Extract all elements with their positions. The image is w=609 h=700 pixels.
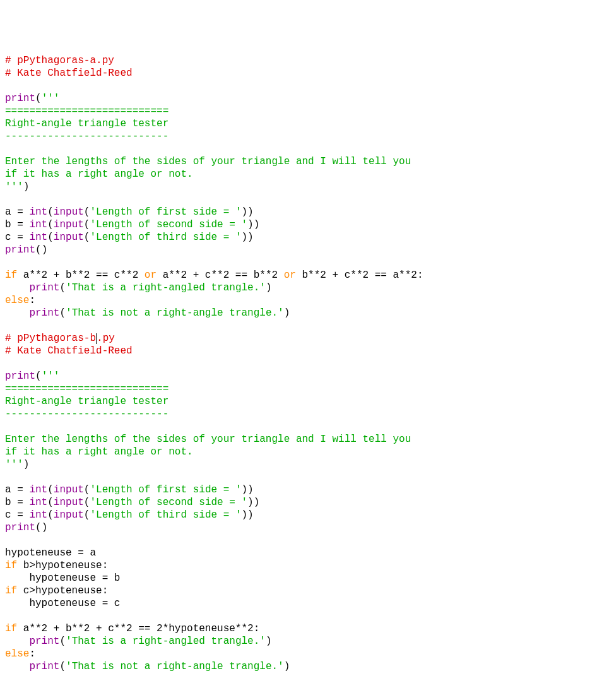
- expr: a**2 + c**2 == b**2: [157, 270, 284, 281]
- paren: ): [42, 244, 48, 256]
- paren: (: [59, 282, 66, 294]
- paren: (: [47, 232, 54, 243]
- string-line: ===========================: [5, 383, 169, 394]
- builtin-input: input: [54, 497, 84, 508]
- builtin-print: print: [5, 244, 35, 256]
- paren: )): [242, 206, 254, 218]
- paren: )): [242, 232, 254, 243]
- builtin-print: print: [29, 636, 59, 647]
- paren: (: [47, 219, 54, 230]
- string-open: ''': [42, 371, 60, 382]
- paren: (: [35, 244, 42, 256]
- string-line: ===========================: [5, 105, 169, 117]
- string-arg: 'That is not a right-angle trangle.': [66, 661, 284, 672]
- paren: (: [47, 509, 54, 521]
- builtin-input: input: [54, 509, 84, 521]
- assign: b =: [5, 497, 29, 508]
- assign: a =: [5, 484, 29, 495]
- paren: (: [84, 206, 90, 218]
- paren: )): [242, 484, 254, 495]
- assign: hypoteneuse = c: [29, 598, 120, 609]
- string-line: ---------------------------: [5, 131, 169, 142]
- string-line: if it has a right angle or not.: [5, 169, 193, 180]
- expr: c>hypoteneuse:: [17, 585, 108, 596]
- string-line: Enter the lengths of the sides of your t…: [5, 434, 411, 445]
- string-arg: 'Length of second side = ': [90, 219, 247, 230]
- string-line: Enter the lengths of the sides of your t…: [5, 156, 411, 167]
- assign: c =: [5, 509, 29, 521]
- paren: )): [247, 497, 259, 508]
- paren: ): [266, 282, 272, 294]
- indent: [5, 598, 29, 609]
- paren: (: [47, 497, 54, 508]
- keyword-or: or: [284, 270, 296, 281]
- builtin-print: print: [5, 371, 35, 382]
- paren: (: [59, 307, 66, 319]
- paren: ): [23, 181, 30, 193]
- indent: [5, 282, 29, 294]
- builtin-int: int: [29, 232, 47, 243]
- builtin-int: int: [29, 219, 47, 230]
- assign: hypoteneuse = a: [5, 547, 96, 559]
- assign: c =: [5, 232, 29, 243]
- keyword-if: if: [5, 270, 17, 281]
- string-close: ''': [5, 459, 23, 470]
- paren: ): [23, 459, 30, 470]
- indent: [5, 661, 29, 672]
- builtin-print: print: [29, 661, 59, 672]
- paren: (: [84, 484, 90, 495]
- paren: (: [84, 232, 90, 243]
- builtin-print: print: [5, 522, 35, 533]
- builtin-input: input: [54, 206, 84, 218]
- comment-line: # Kate Chatfield-Reed: [5, 345, 133, 357]
- paren: (: [47, 206, 54, 218]
- expr: b>hypoteneuse:: [17, 560, 108, 571]
- comment-line: .py: [97, 333, 115, 344]
- string-arg: 'Length of first side = ': [90, 206, 241, 218]
- keyword-else: else: [5, 648, 29, 660]
- paren: ): [266, 636, 272, 647]
- builtin-print: print: [29, 307, 59, 319]
- string-arg: 'That is not a right-angle trangle.': [66, 307, 284, 319]
- code-editor[interactable]: # pPythagoras-a.py # Kate Chatfield-Reed…: [5, 54, 604, 673]
- paren: (: [35, 93, 42, 104]
- paren: (: [84, 219, 90, 230]
- builtin-int: int: [29, 497, 47, 508]
- string-arg: 'That is a right-angled trangle.': [66, 282, 266, 294]
- keyword-or: or: [145, 270, 157, 281]
- keyword-if: if: [5, 623, 17, 634]
- paren: ): [284, 307, 290, 319]
- builtin-input: input: [54, 484, 84, 495]
- builtin-int: int: [29, 509, 47, 521]
- keyword-else: else: [5, 295, 29, 306]
- expr: a**2 + b**2 == c**2: [17, 270, 145, 281]
- string-open: ''': [42, 93, 60, 104]
- indent: [5, 636, 29, 647]
- builtin-print: print: [5, 93, 35, 104]
- builtin-print: print: [29, 282, 59, 294]
- assign: a =: [5, 206, 29, 218]
- string-line: Right-angle triangle tester: [5, 396, 169, 407]
- keyword-if: if: [5, 560, 17, 571]
- string-arg: 'Length of third side = ': [90, 232, 241, 243]
- assign: b =: [5, 219, 29, 230]
- keyword-if: if: [5, 585, 17, 596]
- builtin-int: int: [29, 206, 47, 218]
- expr: a**2 + b**2 + c**2 == 2*hypoteneuse**2:: [17, 623, 259, 634]
- comment-line: # Kate Chatfield-Reed: [5, 68, 133, 79]
- expr: b**2 + c**2 == a**2:: [296, 270, 423, 281]
- string-line: if it has a right angle or not.: [5, 446, 193, 458]
- string-line: ---------------------------: [5, 408, 169, 420]
- string-arg: 'Length of second side = ': [90, 497, 247, 508]
- indent: [5, 307, 29, 319]
- paren: ): [42, 522, 48, 533]
- paren: )): [247, 219, 259, 230]
- string-line: Right-angle triangle tester: [5, 118, 169, 129]
- comment-line: # pPythagoras-a.py: [5, 55, 114, 66]
- paren: (: [84, 497, 90, 508]
- colon: :: [29, 295, 35, 306]
- builtin-input: input: [54, 219, 84, 230]
- paren: (: [59, 636, 66, 647]
- paren: (: [35, 522, 42, 533]
- paren: (: [84, 509, 90, 521]
